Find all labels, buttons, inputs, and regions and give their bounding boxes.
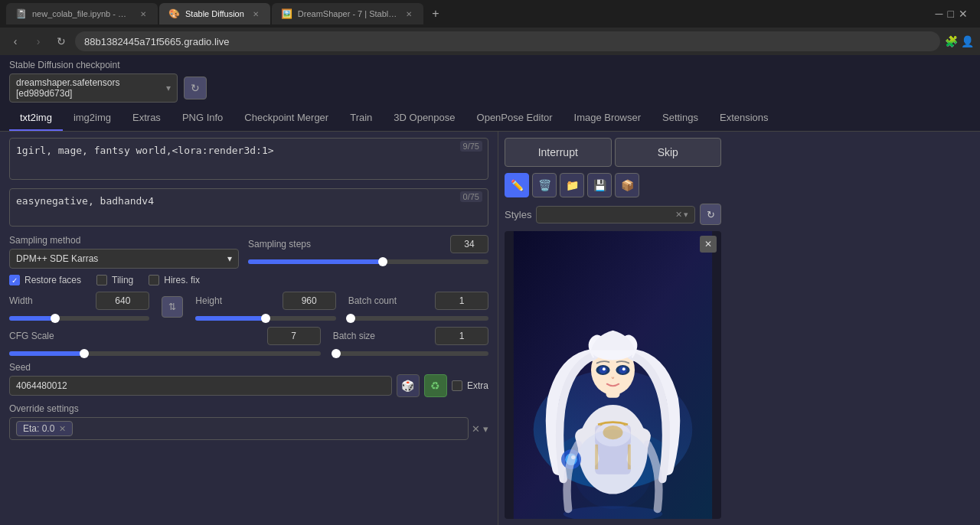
zip-icon-button[interactable]: 📦: [615, 173, 639, 197]
tab-img2img[interactable]: img2img: [63, 106, 122, 131]
close-preview-button[interactable]: ✕: [700, 236, 717, 253]
positive-prompt-input[interactable]: [9, 138, 488, 180]
tab-txt2img[interactable]: txt2img: [9, 106, 63, 131]
save-icon-button[interactable]: 💾: [587, 173, 612, 197]
reload-button[interactable]: ↻: [52, 32, 70, 51]
hires-fix-label: Hires. fix: [164, 275, 200, 285]
restore-faces-checkbox[interactable]: ✓ Restore faces: [9, 275, 81, 285]
batch-size-input[interactable]: 1: [435, 327, 488, 345]
tab1-favicon: 📓: [15, 8, 26, 19]
batch-count-label: Batch count: [348, 295, 397, 306]
cfg-thumb[interactable]: [80, 349, 89, 358]
checkpoint-select[interactable]: dreamshaper.safetensors [ed989d673d] ▾: [9, 73, 178, 103]
tab-checkpoint-merger[interactable]: Checkpoint Merger: [234, 106, 339, 131]
batch-size-slider[interactable]: [333, 351, 488, 356]
hires-fix-box[interactable]: [149, 275, 159, 285]
browser-tab-3[interactable]: 🖼️ DreamShaper - 7 | Stable Diffusio... …: [272, 3, 423, 24]
sampling-steps-fill: [248, 259, 383, 264]
tab2-close[interactable]: ✕: [250, 8, 261, 19]
sampling-steps-label: Sampling steps: [248, 239, 311, 249]
override-input[interactable]: Eta: 0.0 ✕: [9, 417, 469, 440]
zip-icon: 📦: [621, 179, 634, 191]
forward-button[interactable]: ›: [29, 32, 47, 51]
height-input[interactable]: 960: [283, 292, 336, 310]
tab-3d-openpose[interactable]: 3D Openpose: [383, 106, 466, 131]
override-label: Override settings: [9, 403, 488, 414]
tab3-favicon: 🖼️: [281, 8, 292, 19]
browser-tab-2[interactable]: 🎨 Stable Diffusion ✕: [159, 3, 270, 24]
extensions-icon[interactable]: 🧩: [945, 35, 958, 47]
height-slider[interactable]: [195, 316, 335, 321]
svg-point-18: [622, 367, 626, 370]
tiling-checkbox[interactable]: Tiling: [96, 275, 133, 285]
override-clear-icon[interactable]: ✕: [472, 423, 480, 435]
restore-faces-box[interactable]: ✓: [9, 275, 20, 285]
address-bar: ‹ › ↻ 88b1382445a71f5665.gradio.live 🧩 👤: [0, 28, 980, 55]
sampling-method-label: Sampling method: [9, 235, 239, 246]
folder-icon-button[interactable]: 📁: [560, 173, 584, 197]
tab1-close[interactable]: ✕: [138, 8, 149, 19]
tab-openpose-editor[interactable]: OpenPose Editor: [466, 106, 564, 131]
tab-extensions[interactable]: Extensions: [709, 106, 779, 131]
cfg-slider[interactable]: [9, 351, 321, 356]
styles-clear-icon[interactable]: ✕: [675, 210, 682, 220]
checkpoint-controls: dreamshaper.safetensors [ed989d673d] ▾ ↻: [9, 73, 971, 103]
extra-box[interactable]: [452, 380, 462, 391]
sampling-method-select[interactable]: DPM++ SDE Karras ▾: [9, 249, 239, 269]
tab3-close[interactable]: ✕: [403, 8, 414, 19]
styles-dropdown-icon[interactable]: ▾: [684, 210, 688, 220]
sampling-steps-value[interactable]: 34: [450, 235, 488, 253]
interrupt-button[interactable]: Interrupt: [505, 138, 612, 167]
batch-size-row: CFG Scale 7 Batch size 1: [9, 327, 488, 356]
batch-size-label: Batch size: [333, 331, 375, 341]
tab-png-info[interactable]: PNG Info: [172, 106, 234, 131]
batch-size-thumb[interactable]: [332, 349, 341, 358]
recycle-icon: ♻: [430, 380, 440, 392]
swap-dimensions-button[interactable]: ⇅: [162, 296, 183, 318]
checkpoint-refresh-button[interactable]: ↻: [184, 77, 207, 99]
negative-prompt-input[interactable]: [9, 188, 488, 227]
tab-extras[interactable]: Extras: [122, 106, 172, 131]
override-tag-close[interactable]: ✕: [59, 424, 66, 434]
browser-close[interactable]: ✕: [959, 8, 968, 20]
tab-settings[interactable]: Settings: [652, 106, 709, 131]
url-bar[interactable]: 88b1382445a71f5665.gradio.live: [75, 31, 940, 51]
width-thumb[interactable]: [51, 314, 60, 323]
styles-refresh-button[interactable]: ↻: [700, 204, 721, 225]
pencil-icon-button[interactable]: ✏️: [505, 173, 529, 197]
tab3-label: DreamShaper - 7 | Stable Diffusio...: [298, 9, 397, 18]
trash-icon-button[interactable]: 🗑️: [532, 173, 557, 197]
cfg-value[interactable]: 7: [267, 327, 321, 345]
height-fill: [195, 316, 266, 321]
hires-fix-checkbox[interactable]: Hires. fix: [149, 275, 200, 285]
override-tag: Eta: 0.0 ✕: [16, 421, 73, 436]
tab-train[interactable]: Train: [339, 106, 383, 131]
styles-select[interactable]: ✕ ▾: [536, 206, 695, 223]
height-thumb[interactable]: [261, 314, 270, 323]
right-panel: Interrupt Skip ✏️ 🗑️ 📁 💾 📦: [498, 132, 727, 525]
new-tab-button[interactable]: +: [425, 3, 446, 24]
extra-checkbox[interactable]: Extra: [452, 380, 488, 391]
batch-count-slider[interactable]: [348, 316, 488, 321]
tab-image-browser[interactable]: Image Browser: [564, 106, 652, 131]
browser-tab-1[interactable]: 📓 new_colab_file.ipynb - Colabora... ✕: [6, 3, 158, 24]
seed-dice-button[interactable]: 🎲: [397, 374, 420, 397]
override-chevron-icon[interactable]: ▾: [483, 423, 488, 435]
seed-recycle-button[interactable]: ♻: [424, 374, 447, 397]
batch-count-group: Batch count 1: [348, 292, 488, 321]
width-input[interactable]: 640: [96, 292, 149, 310]
profile-icon[interactable]: 👤: [961, 35, 974, 47]
back-button[interactable]: ‹: [6, 32, 24, 51]
sampling-steps-thumb[interactable]: [378, 257, 387, 266]
sampling-steps-slider[interactable]: [248, 259, 488, 264]
width-slider[interactable]: [9, 316, 149, 321]
batch-count-input[interactable]: 1: [435, 292, 488, 310]
seed-input[interactable]: [9, 376, 392, 396]
browser-minimize[interactable]: ─: [936, 8, 943, 20]
batch-count-thumb[interactable]: [346, 314, 355, 323]
tiling-box[interactable]: [96, 275, 107, 285]
height-group: Height 960: [195, 292, 335, 321]
browser-chrome: 📓 new_colab_file.ipynb - Colabora... ✕ 🎨…: [0, 0, 980, 55]
skip-button[interactable]: Skip: [615, 138, 722, 167]
browser-maximize[interactable]: □: [948, 8, 954, 20]
